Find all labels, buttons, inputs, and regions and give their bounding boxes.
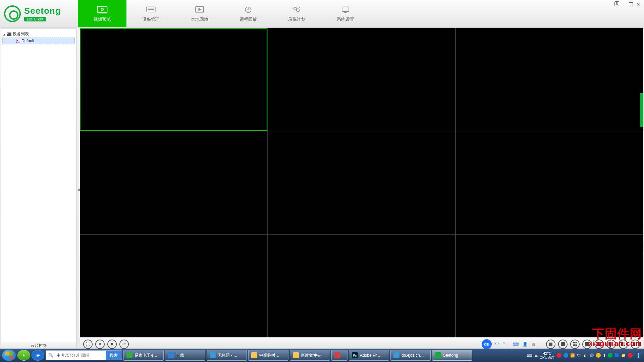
layout-4[interactable]: [558, 340, 568, 349]
close-button[interactable]: ✕: [635, 1, 641, 7]
video-cell-6[interactable]: [456, 131, 643, 234]
tray-icon-2[interactable]: 🛡: [577, 353, 581, 357]
brand-name: Seetong: [24, 6, 61, 16]
windows-taskbar: ✦ ◉ 🔍 搜索 易家电子-(…下载无标题 - …中维临时…新建文件夹PsAdo…: [0, 349, 644, 362]
minimize-button[interactable]: —: [621, 1, 627, 7]
taskbar-task-3[interactable]: 中维临时…: [248, 350, 288, 361]
ime-lang[interactable]: 中: [494, 341, 500, 347]
stop-button[interactable]: ■: [107, 340, 117, 349]
temp-value: 42℃: [540, 351, 555, 355]
tray-icon-red[interactable]: [557, 353, 561, 358]
svg-rect-2: [147, 7, 155, 12]
video-cell-3[interactable]: [456, 28, 643, 131]
tray-icon-3[interactable]: 🐧: [583, 353, 587, 358]
svg-point-1: [101, 8, 103, 10]
tab-local-playback[interactable]: 本地回放: [175, 0, 224, 27]
app-body: ◢ 设备列表 Default 云台控制 ◀: [0, 27, 644, 351]
tray-icon-6[interactable]: 🟦: [614, 353, 619, 358]
tab-label: 录像计划: [288, 16, 306, 22]
tab-record-plan[interactable]: 录像计划: [272, 0, 321, 27]
taskbar-task-8[interactable]: Seetong: [432, 350, 472, 361]
tab-device-manage[interactable]: 设备管理: [126, 0, 175, 27]
device-tree[interactable]: ◢ 设备列表 Default: [1, 28, 76, 341]
taskbar-task-5[interactable]: [331, 350, 347, 361]
tab-video-preview[interactable]: 视频预览: [78, 0, 126, 27]
baidu-ime-icon[interactable]: du: [482, 339, 492, 349]
taskbar-search[interactable]: 🔍 搜索: [46, 350, 122, 360]
tab-label: 远程回放: [239, 16, 257, 22]
tab-label: 视频预览: [94, 16, 111, 22]
app-window: Seetong Lite Client 视频预览 设备管理 本地回放 远程回放: [0, 0, 644, 351]
maximize-button[interactable]: [628, 1, 634, 7]
layout-9[interactable]: [570, 340, 580, 349]
task-label: do.ejdz.cn…: [401, 353, 424, 358]
svg-point-9: [297, 9, 300, 12]
tree-root-label: 设备列表: [13, 31, 29, 37]
ime-grid-icon[interactable]: ▦: [531, 342, 536, 347]
task-label: 下载: [176, 353, 184, 358]
layout-1[interactable]: [546, 340, 555, 349]
tree-caret-icon[interactable]: ◢: [3, 33, 5, 36]
video-cell-8[interactable]: [268, 235, 455, 337]
video-cell-2[interactable]: [268, 28, 455, 131]
tray-icon-4[interactable]: 🔊: [589, 353, 594, 358]
taskbar-task-1[interactable]: 下载: [165, 350, 205, 361]
tray-icon-7[interactable]: 📁: [621, 353, 626, 358]
user-icon[interactable]: [614, 1, 619, 6]
video-cell-7[interactable]: [80, 235, 267, 337]
tray-icon-yellow[interactable]: [596, 353, 601, 358]
task-label: 易家电子-(…: [135, 353, 157, 358]
tab-system-settings[interactable]: 系统设置: [321, 0, 370, 27]
camera-icon: [16, 39, 20, 43]
taskbar-task-6[interactable]: PsAdobe Ph…: [349, 350, 389, 361]
tree-item-default[interactable]: Default: [2, 38, 75, 44]
tray-icon-blue[interactable]: [564, 353, 568, 358]
taskbar-task-7[interactable]: do.ejdz.cn…: [390, 350, 431, 361]
tab-remote-playback[interactable]: 远程回放: [224, 0, 272, 27]
titlebar: Seetong Lite Client 视频预览 设备管理 本地回放 远程回放: [0, 0, 644, 27]
task-icon: Ps: [352, 352, 358, 358]
taskbar-app-1[interactable]: ✦: [17, 350, 30, 361]
start-button[interactable]: [2, 350, 16, 361]
tab-label: 系统设置: [337, 16, 354, 22]
taskbar-task-0[interactable]: 易家电子-(…: [123, 350, 164, 361]
search-icon: 🔍: [46, 353, 55, 358]
watermark: 下固件网 xiagujian.com: [588, 328, 642, 347]
tray-keyboard-icon[interactable]: ⌨: [527, 353, 532, 358]
ime-punct-icon[interactable]: °，: [502, 341, 509, 347]
close-all-button[interactable]: ✕: [95, 340, 105, 349]
tree-root[interactable]: ◢ 设备列表: [2, 31, 75, 38]
video-cell-9[interactable]: [456, 235, 643, 337]
task-label: 无标题 - …: [218, 353, 237, 358]
svg-point-8: [293, 7, 297, 10]
task-icon: [168, 352, 174, 358]
main-tabs: 视频预览 设备管理 本地回放 远程回放 录像计划 系统设置: [78, 0, 370, 27]
stage-scrollbar[interactable]: [640, 93, 643, 127]
refresh-button[interactable]: ⟳: [119, 340, 129, 349]
window-controls: — ✕: [614, 0, 644, 8]
video-cell-1[interactable]: [80, 28, 267, 131]
search-input[interactable]: [55, 353, 106, 358]
video-grid: [80, 28, 643, 337]
video-cell-4[interactable]: [80, 131, 267, 234]
tray-cpu-temp[interactable]: 42℃ CPU温度: [540, 351, 555, 359]
watermark-cn: 下固件网: [588, 328, 642, 340]
sidebar-collapse[interactable]: ◀: [77, 27, 80, 351]
tray-icon-red2[interactable]: [628, 353, 633, 358]
tray-icon-green[interactable]: [608, 353, 612, 358]
taskbar-app-2[interactable]: ◉: [32, 350, 44, 361]
taskbar-task-4[interactable]: 新建文件夹: [290, 350, 330, 361]
search-button[interactable]: 搜索: [106, 350, 122, 360]
task-label: 中维临时…: [259, 353, 279, 358]
tray-icon-1[interactable]: 📶: [570, 353, 575, 358]
task-icon: [126, 352, 132, 358]
ime-keyboard-icon[interactable]: ⌨: [512, 342, 519, 347]
video-cell-5[interactable]: [268, 131, 455, 234]
tray-eject-icon[interactable]: ⏏: [534, 353, 538, 358]
fullscreen-button[interactable]: ⛶: [83, 340, 93, 349]
task-label: 新建文件夹: [301, 353, 321, 358]
tray-icon-5[interactable]: ⬆: [603, 353, 606, 358]
tray-clock[interactable]: [635, 353, 642, 358]
taskbar-task-2[interactable]: 无标题 - …: [207, 350, 247, 361]
ime-user-icon[interactable]: 👤: [522, 342, 528, 347]
